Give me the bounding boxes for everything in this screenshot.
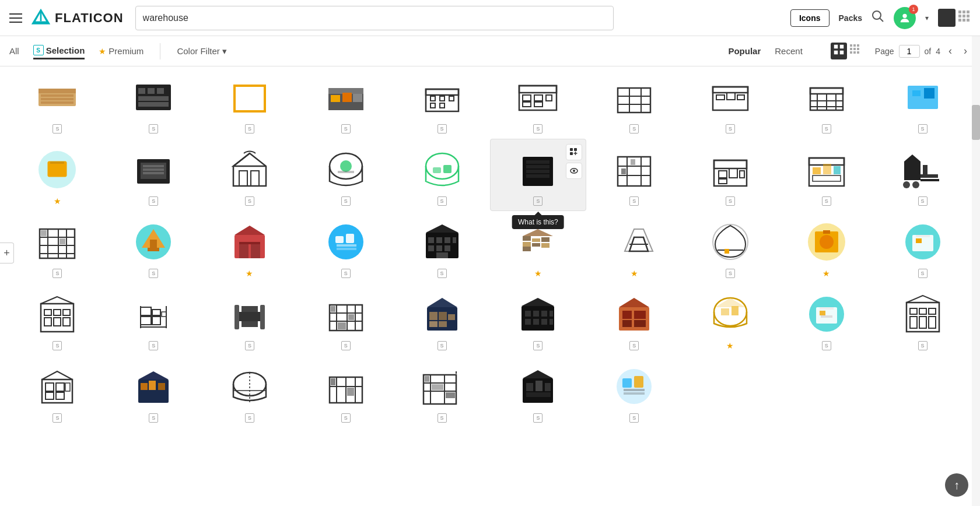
svg-rect-154	[239, 242, 260, 244]
icon-cell[interactable]: ★	[490, 211, 586, 283]
search-bar[interactable]	[135, 6, 614, 30]
page-prev-button[interactable]: ‹	[945, 44, 956, 58]
icon-cell[interactable]: S	[202, 139, 298, 211]
grid-small-button[interactable]	[958, 9, 971, 27]
icon-cell[interactable]: S	[298, 66, 394, 139]
icon-cell[interactable]: S	[394, 356, 490, 428]
icon-cell[interactable]: S	[682, 211, 779, 283]
svg-rect-69	[713, 87, 748, 93]
svg-rect-97	[433, 167, 441, 173]
svg-rect-194	[63, 310, 70, 315]
icon-cell[interactable]: S	[106, 356, 202, 428]
icon-cell[interactable]: S	[874, 139, 971, 211]
icon-cell[interactable]: S	[106, 139, 202, 211]
svg-rect-121	[729, 168, 737, 178]
icon-cell[interactable]: S	[394, 283, 490, 356]
sort-popular[interactable]: Popular	[728, 46, 761, 56]
svg-rect-122	[740, 171, 744, 178]
tab-all[interactable]: All	[9, 44, 19, 58]
icon-cell[interactable]: S	[490, 66, 586, 139]
svg-rect-89	[143, 168, 164, 171]
search-icon-button[interactable]	[872, 10, 884, 26]
color-filter-button[interactable]: Color Filter ▾	[177, 46, 226, 57]
grid-view-large-button[interactable]	[831, 43, 847, 59]
page-next-button[interactable]: ›	[960, 44, 971, 58]
icon-cell[interactable]: S	[394, 211, 490, 283]
svg-rect-224	[429, 321, 438, 327]
tab-selection[interactable]: S Selection	[33, 43, 85, 59]
icon-badge: S	[52, 269, 62, 278]
svg-rect-9	[947, 17, 953, 22]
icon-cell[interactable]: S	[9, 211, 106, 283]
premium-star-icon: ★	[99, 47, 106, 56]
svg-point-134	[912, 181, 919, 188]
icon-cell[interactable]: ★	[9, 139, 106, 211]
icon-cell[interactable]: S	[106, 283, 202, 356]
icon-cell[interactable]: S	[682, 66, 779, 139]
svg-rect-71	[727, 93, 735, 100]
icon-cell[interactable]: S	[874, 283, 971, 356]
sort-recent[interactable]: Recent	[775, 46, 803, 56]
icon-image	[900, 291, 946, 338]
svg-rect-207	[242, 306, 258, 312]
svg-rect-245	[721, 308, 729, 315]
header: FLATICON Icons Packs 1 ▾	[0, 0, 980, 36]
packs-button[interactable]: Packs	[839, 13, 862, 23]
icon-cell[interactable]: ★	[202, 211, 298, 283]
icon-cell[interactable]: S	[298, 139, 394, 211]
icon-cell[interactable]: S	[9, 356, 106, 428]
grid-large-button[interactable]	[938, 9, 956, 27]
icon-cell[interactable]: S	[874, 66, 971, 139]
hamburger-menu[interactable]	[9, 13, 22, 23]
icon-cell[interactable]: S	[9, 283, 106, 356]
logo[interactable]: FLATICON	[30, 8, 124, 29]
icon-badge: S	[533, 124, 542, 133]
icon-cell[interactable]: S	[202, 283, 298, 356]
svg-rect-231	[533, 311, 539, 317]
icon-cell[interactable]: S	[586, 66, 682, 139]
icon-cell[interactable]: S	[202, 356, 298, 428]
icon-cell[interactable]: S	[106, 66, 202, 139]
icon-cell[interactable]: S	[394, 139, 490, 211]
icon-cell[interactable]: S	[490, 283, 586, 356]
icon-badge: ★	[631, 269, 638, 278]
avatar-button[interactable]: 1	[894, 7, 916, 29]
icon-badge: S	[629, 124, 639, 133]
svg-rect-16	[958, 19, 961, 22]
icon-cell[interactable]: S	[586, 356, 682, 428]
icons-button[interactable]: Icons	[790, 9, 830, 27]
icon-cell[interactable]: S	[394, 66, 490, 139]
icon-cell[interactable]: S	[586, 139, 682, 211]
add-to-collection-left-button[interactable]: +	[0, 243, 14, 263]
svg-rect-181	[724, 249, 729, 254]
icon-cell[interactable]: S	[202, 66, 298, 139]
icon-image	[803, 291, 850, 338]
icon-cell[interactable]: S	[298, 211, 394, 283]
icon-cell[interactable]: ★	[778, 211, 874, 283]
icon-cell[interactable]: S	[874, 211, 971, 283]
preview-btn[interactable]	[566, 163, 582, 179]
svg-rect-55	[440, 103, 444, 108]
icon-cell[interactable]: S	[298, 356, 394, 428]
icon-cell[interactable]: S	[298, 283, 394, 356]
icon-cell[interactable]: S	[490, 356, 586, 428]
grid-view-small-button[interactable]	[849, 43, 861, 59]
icon-cell[interactable]: S	[778, 283, 874, 356]
icon-cell[interactable]: S	[778, 66, 874, 139]
icon-cell[interactable]: S	[106, 211, 202, 283]
icon-cell[interactable]: S	[778, 139, 874, 211]
icon-cell-hovered[interactable]: S What is this?	[490, 139, 586, 211]
scrollbar[interactable]	[972, 0, 980, 428]
icon-cell[interactable]: ★	[586, 211, 682, 283]
icon-cell[interactable]: ★	[682, 283, 779, 356]
page-input[interactable]	[899, 45, 920, 58]
scrollbar-thumb[interactable]	[972, 105, 980, 140]
icon-cell[interactable]: S	[586, 283, 682, 356]
add-to-collection-btn[interactable]	[566, 144, 582, 160]
tab-premium[interactable]: ★ Premium	[99, 44, 144, 58]
icon-badge: S	[149, 269, 158, 278]
icon-cell[interactable]: S	[9, 66, 106, 139]
search-input[interactable]	[143, 13, 606, 23]
icon-cell[interactable]: S	[682, 139, 779, 211]
svg-rect-107	[526, 160, 550, 164]
